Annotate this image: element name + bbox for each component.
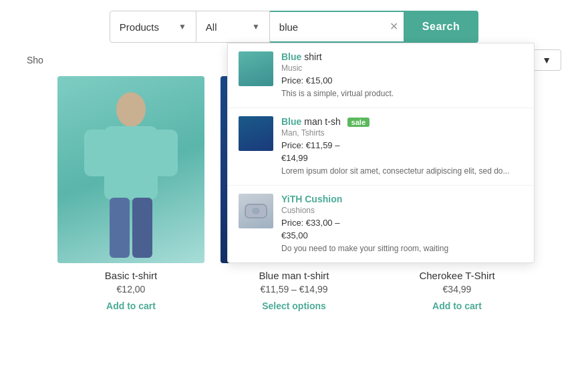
showing-text: Sho: [27, 55, 43, 65]
person-figure: [84, 89, 178, 263]
product-name: Cherokee T-Shirt: [384, 270, 531, 281]
search-bar-area: Products ▼ All ▼ ✕ Search Blue shirt Mus…: [0, 0, 588, 49]
result-thumb: [239, 194, 273, 228]
result-title: Blue shirt: [281, 51, 523, 62]
product-price: €12,00: [57, 284, 204, 295]
product-card: Basic t-shirt €12,00 Add to cart: [57, 76, 204, 312]
cushion-icon: [244, 202, 268, 220]
svg-rect-3: [104, 126, 158, 200]
result-title-highlight: YiTH Cushion: [281, 194, 342, 204]
result-desc: Lorem ipsum dolor sit amet, consectetur …: [281, 166, 523, 177]
result-info: Blue man t-sh sale Man, Tshirts Price: €…: [281, 116, 523, 177]
result-price-2: €14,99: [281, 153, 523, 163]
all-chevron-icon: ▼: [252, 22, 260, 31]
search-input-wrap: ✕: [270, 11, 404, 43]
result-info: YiTH Cushion Cushions Price: €33,00 – €3…: [281, 194, 523, 254]
product-price: €11,59 – €14,99: [220, 284, 368, 295]
products-chevron-icon: ▼: [178, 22, 186, 31]
search-result-item[interactable]: Blue man t-sh sale Man, Tshirts Price: €…: [228, 108, 534, 186]
svg-point-1: [252, 208, 260, 214]
result-title-highlight: Blue: [281, 116, 301, 127]
search-clear-button[interactable]: ✕: [390, 21, 398, 32]
result-desc: This is a simple, virtual product.: [281, 88, 523, 100]
product-price: €34,99: [384, 284, 531, 295]
search-dropdown: Blue shirt Music Price: €15,00 This is a…: [227, 43, 535, 263]
teal-shirt-image: [57, 76, 204, 263]
result-price: Price: €33,00 –: [281, 218, 523, 228]
result-desc: Do you need to make your sitting room, w…: [281, 243, 523, 254]
all-dropdown[interactable]: All ▼: [196, 11, 270, 43]
result-price: Price: €15,00: [281, 75, 523, 85]
add-to-cart-button-3[interactable]: Add to cart: [432, 301, 482, 311]
svg-rect-5: [152, 130, 178, 176]
result-info: Blue shirt Music Price: €15,00 This is a…: [281, 51, 523, 100]
sale-badge: sale: [347, 118, 370, 127]
result-title: Blue man t-sh sale: [281, 116, 523, 127]
search-button[interactable]: Search: [404, 11, 478, 43]
result-price-2: €35,00: [281, 230, 523, 240]
select-options-button[interactable]: Select options: [262, 301, 326, 311]
add-to-cart-button[interactable]: Add to cart: [106, 301, 156, 311]
svg-rect-7: [132, 198, 152, 258]
result-thumb: [239, 51, 273, 86]
result-title: YiTH Cushion: [281, 194, 523, 204]
blue-man-thumb-image: [239, 116, 273, 151]
all-label: All: [206, 21, 217, 33]
product-name: Blue man t-shirt: [220, 270, 368, 281]
result-title-text: man t-sh: [301, 116, 340, 127]
result-category: Music: [281, 63, 523, 73]
search-result-item[interactable]: Blue shirt Music Price: €15,00 This is a…: [228, 43, 534, 108]
result-title-text: shirt: [301, 51, 321, 62]
svg-rect-6: [110, 198, 130, 258]
svg-point-2: [116, 92, 146, 127]
result-thumb: [239, 116, 273, 151]
sorting-chevron-icon: ▼: [542, 55, 551, 65]
result-category: Cushions: [281, 206, 523, 215]
result-price: Price: €11,59 –: [281, 140, 523, 150]
products-label: Products: [120, 21, 159, 33]
cushion-thumb-image: [239, 194, 273, 228]
result-category: Man, Tshirts: [281, 128, 523, 138]
search-result-item[interactable]: YiTH Cushion Cushions Price: €33,00 – €3…: [228, 186, 534, 262]
blue-shirt-thumb-image: [239, 51, 273, 86]
result-title-highlight: Blue: [281, 51, 301, 62]
product-image: [57, 76, 204, 263]
products-dropdown[interactable]: Products ▼: [110, 11, 196, 43]
product-name: Basic t-shirt: [57, 270, 204, 281]
search-input[interactable]: [270, 11, 404, 43]
svg-rect-4: [84, 130, 110, 176]
